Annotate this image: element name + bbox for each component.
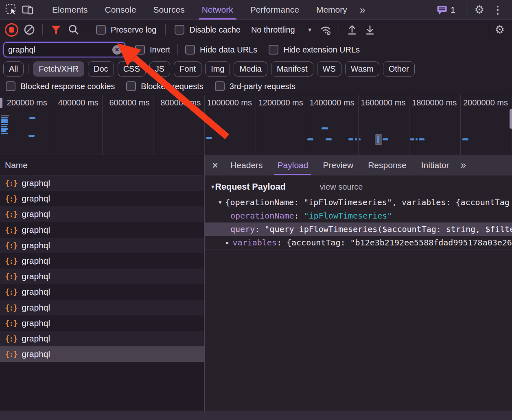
network-settings-gear-icon[interactable]: ⚙ <box>495 24 505 35</box>
tab-network[interactable]: Network <box>202 0 233 20</box>
timeline-right-handle[interactable] <box>510 109 512 129</box>
hide-extension-urls-checkbox[interactable]: Hide extension URLs <box>269 45 360 55</box>
3rd-party-requests-box[interactable] <box>215 81 225 91</box>
waterfall-bar <box>1 121 8 123</box>
request-row[interactable]: {:}graphql <box>0 315 204 331</box>
preserve-log-checkbox[interactable]: Preserve log <box>96 25 156 35</box>
collapse-section-icon[interactable]: ▾ <box>211 183 214 190</box>
request-name: graphql <box>22 334 50 343</box>
issues-counter[interactable]: 1 <box>437 4 455 15</box>
timeline-left-handle[interactable] <box>0 98 2 108</box>
filter-pill-js[interactable]: JS <box>149 61 170 77</box>
request-row[interactable]: {:}graphql <box>0 284 204 300</box>
payload-variables-row[interactable]: ▸variables: {accountTag: "b12e3b2192ee55… <box>205 236 512 249</box>
more-options-icon[interactable]: ⋮ <box>492 4 503 16</box>
request-row[interactable]: {:}graphql <box>0 175 204 191</box>
tabbar-right-divider <box>466 4 466 15</box>
blocked-response-cookies-checkbox[interactable]: Blocked response cookies <box>6 81 115 91</box>
hide-extension-urls-label: Hide extension URLs <box>283 45 360 55</box>
waterfall-bar <box>28 135 35 137</box>
detail-tab-initiator[interactable]: Initiator <box>421 155 449 175</box>
filter-funnel-icon[interactable] <box>47 22 65 38</box>
close-details-icon[interactable]: × <box>212 160 218 171</box>
request-row[interactable]: {:}graphql <box>0 253 204 269</box>
filter-pill-other[interactable]: Other <box>383 61 415 77</box>
device-toolbar-icon[interactable] <box>20 2 36 18</box>
tab-memory[interactable]: Memory <box>316 0 347 20</box>
request-name: graphql <box>22 318 50 328</box>
tab-sources[interactable]: Sources <box>153 0 185 20</box>
payload-preview-row[interactable]: ▾{operationName: "ipFlowTimeseries", var… <box>205 196 512 209</box>
preserve-log-box[interactable] <box>96 25 106 35</box>
hide-data-urls-label: Hide data URLs <box>200 45 257 55</box>
filter-pill-img[interactable]: Img <box>205 61 230 77</box>
3rd-party-requests-checkbox[interactable]: 3rd-party requests <box>215 81 295 91</box>
inspect-element-icon[interactable] <box>3 2 20 18</box>
invert-box[interactable] <box>135 45 145 55</box>
throttling-select[interactable]: No throttling ▼ <box>251 25 313 35</box>
request-row[interactable]: {:}graphql <box>0 206 204 222</box>
filter-pill-wasm[interactable]: Wasm <box>345 61 379 77</box>
detail-more-tabs-icon[interactable]: » <box>461 159 466 171</box>
detail-tab-payload[interactable]: Payload <box>278 155 309 175</box>
import-har-icon[interactable] <box>343 22 361 38</box>
export-har-icon[interactable] <box>361 22 379 38</box>
requests-panel: Name {:}graphql{:}graphql{:}graphql{:}gr… <box>0 155 205 420</box>
request-row[interactable]: {:}graphql <box>0 331 204 346</box>
disable-cache-box[interactable] <box>175 25 184 35</box>
request-row[interactable]: {:}graphql <box>0 269 204 284</box>
payload-query-row[interactable]: query: "query ipFlowTimeseries($accountT… <box>205 223 512 236</box>
disable-cache-checkbox[interactable]: Disable cache <box>175 25 241 35</box>
request-row[interactable]: {:}graphql <box>0 300 204 315</box>
filter-pill-css[interactable]: CSS <box>118 61 146 77</box>
waterfall-bar <box>462 138 468 140</box>
filter-input[interactable] <box>4 45 112 55</box>
name-column-header[interactable]: Name <box>0 155 204 175</box>
request-name: graphql <box>22 287 50 297</box>
blocked-requests-box[interactable] <box>126 81 136 91</box>
filter-pill-manifest[interactable]: Manifest <box>271 61 313 77</box>
network-main-area: Name {:}graphql{:}graphql{:}graphql{:}gr… <box>0 155 512 420</box>
clear-filter-icon[interactable]: × <box>112 45 122 55</box>
record-network-log-icon[interactable] <box>2 22 20 38</box>
view-source-link[interactable]: view source <box>320 182 363 192</box>
request-row[interactable]: {:}graphql <box>0 191 204 206</box>
blocked-requests-checkbox[interactable]: Blocked requests <box>126 81 203 91</box>
more-tabs-icon[interactable]: » <box>360 4 365 16</box>
message-bubble-icon <box>437 4 448 15</box>
hide-data-urls-checkbox[interactable]: Hide data URLs <box>185 45 257 55</box>
hide-extension-urls-box[interactable] <box>269 45 278 55</box>
invert-checkbox[interactable]: Invert <box>135 45 170 55</box>
filter-pill-ws[interactable]: WS <box>317 61 341 77</box>
request-row[interactable]: {:}graphql <box>0 346 204 362</box>
filter-pill-media[interactable]: Media <box>234 61 267 77</box>
waterfall-bar <box>1 117 8 118</box>
request-row[interactable]: {:}graphql <box>0 222 204 238</box>
collapse-object-icon[interactable]: ▾ <box>219 199 222 206</box>
network-conditions-icon[interactable] <box>317 22 335 38</box>
hide-data-urls-box[interactable] <box>185 45 195 55</box>
tab-performance[interactable]: Performance <box>250 0 299 20</box>
filter-pill-fetch-xhr[interactable]: Fetch/XHR <box>33 61 84 77</box>
payload-view: ▾ Request Payload view source ▾{operatio… <box>205 175 512 420</box>
tabbar-divider <box>40 4 40 15</box>
json-braces-icon: {:} <box>5 303 17 313</box>
filter-pill-font[interactable]: Font <box>174 61 201 77</box>
detail-tab-preview[interactable]: Preview <box>323 155 353 175</box>
network-overview-timeline[interactable]: 200000 ms400000 ms600000 ms800000 ms1000… <box>0 95 512 155</box>
tab-elements[interactable]: Elements <box>52 0 88 20</box>
clear-network-log-icon[interactable] <box>20 22 38 38</box>
filter-pill-doc[interactable]: Doc <box>88 61 114 77</box>
toolbar-divider-5 <box>489 24 489 35</box>
payload-operation-row[interactable]: operationName: "ipFlowTimeseries" <box>205 209 512 223</box>
tab-console[interactable]: Console <box>105 0 136 20</box>
search-icon[interactable] <box>65 22 83 38</box>
filter-pill-all[interactable]: All <box>3 61 24 77</box>
detail-tab-headers[interactable]: Headers <box>230 155 263 175</box>
blocked-response-cookies-box[interactable] <box>6 81 15 91</box>
payload-section-title: Request Payload <box>215 182 286 192</box>
request-row[interactable]: {:}graphql <box>0 238 204 253</box>
expand-variables-icon[interactable]: ▸ <box>226 239 229 246</box>
detail-tab-response[interactable]: Response <box>368 155 407 175</box>
settings-gear-icon[interactable]: ⚙ <box>475 4 484 15</box>
